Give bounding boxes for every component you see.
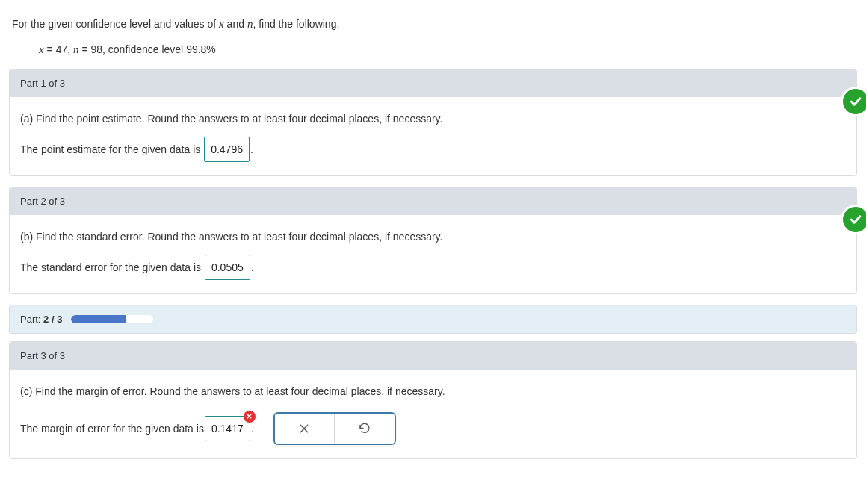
text: The margin of error for the given data i… [20,419,204,439]
part-2-prompt: (b) Find the standard error. Round the a… [20,227,846,247]
x-value: 47 [56,43,68,55]
var-n: n [73,43,79,55]
clear-button[interactable] [275,414,335,444]
part-1-body: (a) Find the point estimate. Round the a… [10,97,856,175]
part-3-header: Part 3 of 3 [10,342,856,370]
part-3-card: Part 3 of 3 (c) Find the margin of error… [9,341,857,459]
part-2-card: Part 2 of 3 (b) Find the standard error.… [9,187,857,294]
incorrect-icon [244,411,256,423]
part-3-answer-row: The margin of error for the given data i… [20,412,846,445]
part-3-prompt: (c) Find the margin of error. Round the … [20,382,846,402]
correct-icon [843,89,866,114]
text: The standard error for the given data is [20,261,204,273]
part-1-answer-row: The point estimate for the given data is… [20,137,846,163]
intro-text: , find the following. [253,18,339,30]
question-intro: For the given confidence level and value… [9,9,857,69]
n-value: 98 [90,43,102,55]
answer-actions [273,412,396,445]
part-2-answer-row: The standard error for the given data is… [20,255,846,281]
confidence-value: 99.8% [186,43,216,55]
intro-line: For the given confidence level and value… [12,15,854,33]
progress-bar [71,315,153,323]
part-2-body: (b) Find the standard error. Round the a… [10,215,856,293]
part-1-header: Part 1 of 3 [10,69,856,97]
text: , [67,43,73,55]
text: Part: [20,314,43,325]
part-1-prompt: (a) Find the point estimate. Round the a… [20,109,846,129]
text: , confidence level [102,43,186,55]
part-1-card: Part 1 of 3 (a) Find the point estimate.… [9,69,857,176]
correct-icon [843,207,866,232]
progress-card: Part: 2 / 3 [9,305,857,334]
var-x: x [39,43,44,55]
part-3-body: (c) Find the margin of error. Round the … [10,370,856,458]
var-x: x [219,18,224,30]
given-values: x = 47, n = 98, confidence level 99.8% [12,40,854,58]
margin-error-input[interactable]: 0.1417 [205,416,250,442]
close-icon [298,423,310,435]
point-estimate-input[interactable]: 0.4796 [204,137,250,163]
standard-error-input[interactable]: 0.0505 [205,255,250,281]
progress-bar-fill [71,315,126,323]
part-2-header: Part 2 of 3 [10,187,856,215]
progress-total: 3 [57,314,62,325]
intro-text: For the given confidence level and value… [12,18,219,30]
text: . [251,261,254,273]
text: The point estimate for the given data is [20,143,203,155]
text: = [79,43,91,55]
intro-text: and [224,18,247,30]
text: = [44,43,56,55]
text: . [250,143,253,155]
reset-button[interactable] [335,414,395,444]
undo-icon [359,423,371,435]
text: / [49,314,57,325]
progress-label: Part: 2 / 3 [20,314,62,325]
